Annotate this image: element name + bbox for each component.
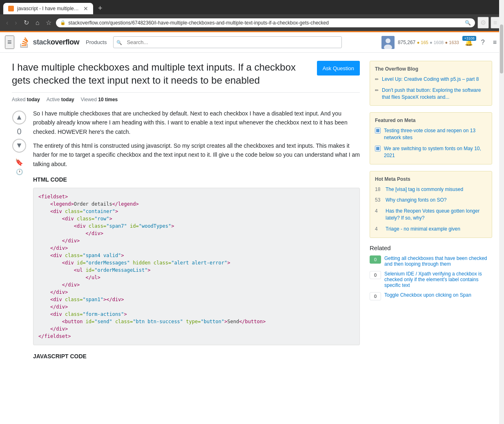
featured-meta-title: Featured on Meta (375, 118, 487, 123)
refresh-button[interactable]: ↻ (22, 18, 31, 27)
overflow-blog-box: The Overflow Blog ✏ Level Up: Creative C… (370, 61, 492, 106)
new-tab-button[interactable]: + (95, 2, 106, 14)
bookmark-button[interactable]: 🔖 (15, 158, 23, 166)
related-link-2[interactable]: Selenium IDE / Xpath verifying a checkbo… (384, 271, 492, 288)
meta-link-1[interactable]: Testing three-vote close and reopen on 1… (384, 127, 487, 141)
hamburger-menu-button[interactable]: ≡ (5, 36, 14, 49)
html-code-label: HTML CODE (33, 175, 360, 184)
question-title: I have multiple checkboxes and multiple … (12, 61, 317, 87)
related-item-3: 0 Toggle Checkbox upon clicking on Span (370, 292, 492, 300)
stackoverflow-logo-icon (18, 36, 31, 49)
tab-favicon (8, 6, 14, 11)
pencil-icon-1: ✏ (375, 76, 379, 82)
featured-meta-box: Featured on Meta Testing three-vote clos… (370, 112, 492, 164)
related-item-2: 0 Selenium IDE / Xpath verifying a check… (370, 271, 492, 288)
question-meta: Asked today Active today Viewed 10 times (12, 97, 360, 102)
related-link-1[interactable]: Getting all checkboxes that have been ch… (384, 255, 492, 267)
meta-item-2: We are switching to system fonts on May … (375, 145, 487, 159)
hot-meta-item-2: 53 Why changing fonts on SO? (375, 197, 487, 204)
notification-badge: +3108 (462, 36, 476, 41)
blog-link-2[interactable]: Don't push that button: Exploring the so… (382, 87, 487, 101)
meta-item-1: Testing three-vote close and reopen on 1… (375, 127, 487, 141)
gold-badge: ● 165 (417, 40, 428, 45)
hot-meta-title: Hot Meta Posts (375, 176, 487, 182)
hot-meta-link-3[interactable]: Has the Reopen Votes queue gotten longer… (386, 208, 487, 222)
related-title: Related (370, 244, 492, 251)
meta-icon-1 (375, 128, 381, 133)
address-bar[interactable]: 🔒 stackoverflow.com/questions/67482360/i… (56, 18, 475, 27)
hot-meta-item-3: 4 Has the Reopen Votes queue gotten long… (375, 208, 487, 222)
avatar[interactable] (381, 36, 395, 49)
blog-link-1[interactable]: Level Up: Creative Coding with p5.js – p… (382, 76, 479, 83)
hot-meta-num-4: 4 (375, 226, 382, 233)
inbox-button[interactable]: 🔔 +3108 (462, 37, 475, 48)
lock-icon: 🔒 (60, 20, 66, 25)
related-box: Related 0 Getting all checkboxes that ha… (370, 244, 492, 300)
search-input[interactable] (113, 36, 342, 48)
hot-meta-link-2[interactable]: Why changing fonts on SO? (386, 197, 446, 204)
scrollbar-thumb[interactable] (500, 24, 503, 73)
meta-icon-2 (375, 146, 381, 151)
meta-link-2[interactable]: We are switching to system fonts on May … (384, 145, 487, 159)
close-tab-btn[interactable]: ✕ (83, 5, 88, 12)
related-score-1: 0 (370, 255, 381, 264)
blog-item-1: ✏ Level Up: Creative Coding with p5.js –… (375, 76, 487, 83)
header-user-area: 875,267 ● 165 ● 1608 ● 1633 🔔 +3108 ? ≡ (381, 36, 499, 49)
search-bar (113, 36, 342, 48)
body-paragraph-2: The entirety of this html is constructed… (33, 141, 360, 169)
related-score-3: 0 (370, 292, 381, 300)
hot-meta-item-1: 18 The [visa] tag is commonly misused (375, 186, 487, 193)
question-body: ▲ 0 ▼ 🔖 🕐 So I have multiple checkboxes … (12, 109, 360, 364)
silver-badge: ● 1608 (430, 40, 444, 45)
home-button[interactable]: ⌂ (33, 18, 42, 27)
back-button[interactable]: ‹ (4, 18, 10, 27)
bronze-badge: ● 1633 (445, 40, 459, 45)
bookmark-button[interactable]: ☆ (44, 18, 54, 27)
history-button[interactable]: 🕐 (16, 169, 23, 175)
browser-extensions-icon[interactable]: ⚙ (477, 17, 489, 29)
tab-title: javascript - I have multiple che (17, 6, 80, 11)
pencil-icon-2: ✏ (375, 87, 379, 93)
post-body: So I have multiple checkboxes that are u… (33, 109, 360, 364)
question-title-area: I have multiple checkboxes and multiple … (12, 61, 360, 93)
help-button[interactable]: ? (479, 37, 487, 48)
scrollbar[interactable] (499, 0, 504, 424)
products-menu[interactable]: Products (83, 38, 109, 47)
hot-meta-link-1[interactable]: The [visa] tag is commonly misused (386, 186, 463, 193)
active-meta: Active today (47, 97, 74, 102)
related-link-3[interactable]: Toggle Checkbox upon clicking on Span (384, 292, 471, 298)
site-header: ≡ stackoverflow Products (0, 32, 504, 53)
hot-meta-link-4[interactable]: Triage - no minimal example given (386, 226, 460, 233)
sidebar: The Overflow Blog ✏ Level Up: Creative C… (370, 61, 492, 364)
url-text: stackoverflow.com/questions/67482360/i-h… (68, 20, 462, 26)
hamburger-right-button[interactable]: ≡ (491, 37, 499, 48)
vote-controls: ▲ 0 ▼ 🔖 🕐 (12, 109, 27, 364)
hot-meta-box: Hot Meta Posts 18 The [visa] tag is comm… (370, 171, 492, 238)
viewed-meta: Viewed 10 times (81, 97, 118, 102)
asked-meta: Asked today (12, 97, 40, 102)
user-reputation: 875,267 ● 165 ● 1608 ● 1633 (398, 40, 459, 45)
blog-item-2: ✏ Don't push that button: Exploring the … (375, 87, 487, 101)
active-tab[interactable]: javascript - I have multiple che ✕ (3, 3, 93, 14)
body-paragraph-1: So I have multiple checkboxes that are u… (33, 109, 360, 136)
hot-meta-num-2: 53 (375, 197, 382, 204)
upvote-button[interactable]: ▲ (12, 111, 26, 124)
ask-question-button[interactable]: Ask Question (317, 61, 360, 75)
downvote-button[interactable]: ▼ (12, 139, 26, 153)
address-search-icon: 🔍 (465, 20, 471, 26)
vote-count: 0 (17, 127, 21, 136)
overflow-blog-title: The Overflow Blog (375, 66, 487, 72)
forward-button[interactable]: › (13, 18, 19, 27)
related-item-1: 0 Getting all checkboxes that have been … (370, 255, 492, 267)
hot-meta-num-3: 4 (375, 208, 382, 215)
browser-menu-icon[interactable]: ≡ (491, 17, 500, 29)
html-code-block: <fieldset> <legend>Order details</legend… (33, 188, 360, 345)
related-score-2: 0 (370, 271, 381, 279)
svg-point-1 (386, 38, 390, 43)
logo-text: stackoverflow (33, 38, 80, 47)
hot-meta-item-4: 4 Triage - no minimal example given (375, 226, 487, 233)
hot-meta-num-1: 18 (375, 186, 382, 193)
site-logo[interactable]: stackoverflow (18, 36, 80, 49)
js-code-label: JAVASCRIPT CODE (33, 352, 360, 361)
